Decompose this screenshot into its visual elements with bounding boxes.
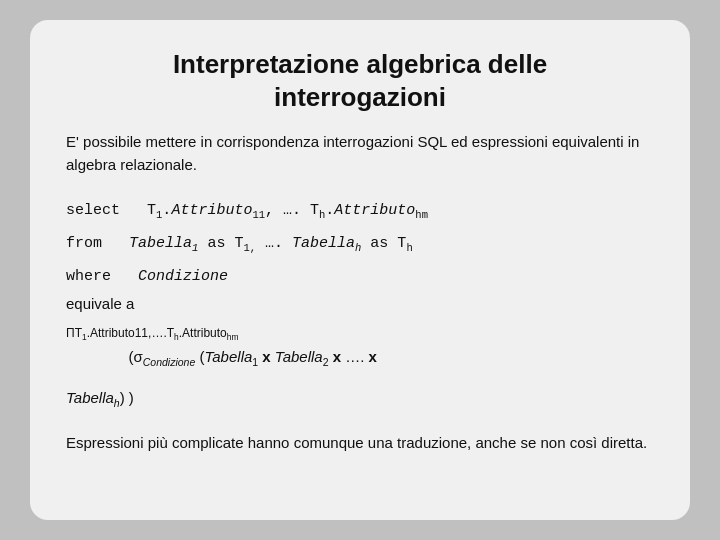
intro-text: E' possibile mettere in corrispondenza i… <box>66 131 654 176</box>
code-from-line: from Tabella1 as T1, …. Tabellah as Th <box>66 231 654 258</box>
from-keyword: from <box>66 235 102 252</box>
select-keyword: select <box>66 202 120 219</box>
formula-line: (σCondizione (Tabella1 x Tabella2 x …. x <box>66 345 654 371</box>
where-content: Condizione <box>138 268 228 285</box>
equivale-label: equivale a <box>66 295 654 312</box>
from-content: Tabella1 <box>129 235 198 252</box>
from-as1: as T1, …. <box>207 235 292 252</box>
select-content: T1.Attributo11, …. Th.Attributohm <box>147 202 428 219</box>
code-select-line: select T1.Attributo11, …. Th.Attributohm <box>66 198 654 225</box>
code-where-line: where Condizione <box>66 264 654 290</box>
where-keyword: where <box>66 268 111 285</box>
slide-title: Interpretazione algebrica delle interrog… <box>66 48 654 113</box>
bottom-text: Espressioni più complicate hanno comunqu… <box>66 432 654 455</box>
main-card: Interpretazione algebrica delle interrog… <box>30 20 690 520</box>
formula-line2: Tabellah) ) <box>66 386 654 412</box>
from-ash: as Th <box>370 235 412 252</box>
projection-subscript: ΠT1.Attributo11,….Th.Attributohm <box>66 326 654 342</box>
from-tableh: Tabellah <box>292 235 361 252</box>
